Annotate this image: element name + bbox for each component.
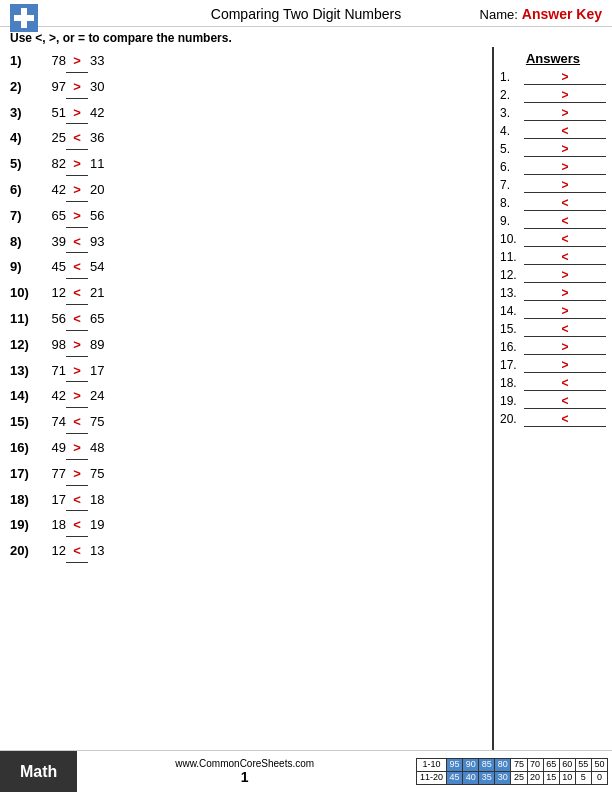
q-left-13: 71 — [38, 361, 66, 382]
q-symbol-9: < — [66, 257, 88, 279]
q-left-7: 65 — [38, 206, 66, 227]
q-left-11: 56 — [38, 309, 66, 330]
score-95: 95 — [447, 759, 463, 772]
ans-num-9: 9. — [500, 214, 524, 228]
ans-value-20: < — [561, 412, 568, 426]
score-table-area: 1-10 95 90 85 80 75 70 65 60 55 50 11-20… — [412, 751, 612, 792]
score-60: 60 — [559, 759, 575, 772]
score-20: 20 — [527, 772, 543, 785]
q-num-14: 14) — [10, 386, 38, 407]
q-left-15: 74 — [38, 412, 66, 433]
website-url: www.CommonCoreSheets.com — [175, 758, 314, 769]
q-right-17: 75 — [88, 464, 116, 485]
ans-line-15: < — [524, 322, 606, 337]
q-left-12: 98 — [38, 335, 66, 356]
q-right-12: 89 — [88, 335, 116, 356]
q-left-16: 49 — [38, 438, 66, 459]
ans-num-13: 13. — [500, 286, 524, 300]
question-row: 20)12<13 — [10, 541, 482, 563]
q-num-1: 1) — [10, 51, 38, 72]
q-num-10: 10) — [10, 283, 38, 304]
score-65: 65 — [543, 759, 559, 772]
math-label: Math — [0, 751, 77, 792]
question-row: 19)18<19 — [10, 515, 482, 537]
q-symbol-17: > — [66, 464, 88, 486]
q-num-6: 6) — [10, 180, 38, 201]
q-right-13: 17 — [88, 361, 116, 382]
question-row: 7)65>56 — [10, 206, 482, 228]
score-40: 40 — [463, 772, 479, 785]
ans-value-13: > — [561, 286, 568, 300]
q-num-4: 4) — [10, 128, 38, 149]
ans-line-19: < — [524, 394, 606, 409]
q-num-5: 5) — [10, 154, 38, 175]
answer-row-1: 1.> — [500, 70, 606, 85]
ans-line-5: > — [524, 142, 606, 157]
ans-line-9: < — [524, 214, 606, 229]
q-symbol-13: > — [66, 361, 88, 383]
ans-value-19: < — [561, 394, 568, 408]
ans-num-17: 17. — [500, 358, 524, 372]
ans-value-17: > — [561, 358, 568, 372]
score-25: 25 — [511, 772, 527, 785]
score-15: 15 — [543, 772, 559, 785]
q-right-19: 19 — [88, 515, 116, 536]
instructions: Use <, >, or = to compare the numbers. — [0, 27, 612, 47]
q-symbol-11: < — [66, 309, 88, 331]
q-num-17: 17) — [10, 464, 38, 485]
ans-num-5: 5. — [500, 142, 524, 156]
q-symbol-4: < — [66, 128, 88, 150]
score-80: 80 — [495, 759, 511, 772]
ans-num-15: 15. — [500, 322, 524, 336]
score-5: 5 — [575, 772, 591, 785]
question-row: 3)51>42 — [10, 103, 482, 125]
header: Comparing Two Digit Numbers Name: Answer… — [0, 0, 612, 27]
answer-row-20: 20.< — [500, 412, 606, 427]
answer-row-14: 14.> — [500, 304, 606, 319]
q-right-8: 93 — [88, 232, 116, 253]
answer-row-5: 5.> — [500, 142, 606, 157]
answer-row-7: 7.> — [500, 178, 606, 193]
score-range-2: 11-20 — [417, 772, 447, 785]
q-symbol-14: > — [66, 386, 88, 408]
ans-value-2: > — [561, 88, 568, 102]
q-right-7: 56 — [88, 206, 116, 227]
q-symbol-5: > — [66, 154, 88, 176]
question-row: 13)71>17 — [10, 361, 482, 383]
ans-value-10: < — [561, 232, 568, 246]
q-left-6: 42 — [38, 180, 66, 201]
score-30: 30 — [495, 772, 511, 785]
footer: Math www.CommonCoreSheets.com 1 1-10 95 … — [0, 750, 612, 792]
answer-row-17: 17.> — [500, 358, 606, 373]
answer-row-6: 6.> — [500, 160, 606, 175]
page: Comparing Two Digit Numbers Name: Answer… — [0, 0, 612, 792]
ans-value-9: < — [561, 214, 568, 228]
score-70: 70 — [527, 759, 543, 772]
question-row: 2)97>30 — [10, 77, 482, 99]
ans-value-11: < — [561, 250, 568, 264]
answer-key-label: Answer Key — [522, 6, 602, 22]
ans-num-11: 11. — [500, 250, 524, 264]
answer-row-3: 3.> — [500, 106, 606, 121]
q-symbol-10: < — [66, 283, 88, 305]
question-row: 10)12<21 — [10, 283, 482, 305]
q-right-10: 21 — [88, 283, 116, 304]
q-symbol-18: < — [66, 490, 88, 512]
score-table: 1-10 95 90 85 80 75 70 65 60 55 50 11-20… — [416, 758, 608, 784]
ans-value-7: > — [561, 178, 568, 192]
ans-num-12: 12. — [500, 268, 524, 282]
q-right-1: 33 — [88, 51, 116, 72]
score-35: 35 — [479, 772, 495, 785]
q-num-13: 13) — [10, 361, 38, 382]
ans-line-2: > — [524, 88, 606, 103]
ans-line-13: > — [524, 286, 606, 301]
q-symbol-12: > — [66, 335, 88, 357]
question-row: 11)56<65 — [10, 309, 482, 331]
ans-num-6: 6. — [500, 160, 524, 174]
answers-column: Answers 1.>2.>3.>4.<5.>6.>7.>8.<9.<10.<1… — [494, 47, 612, 755]
ans-num-3: 3. — [500, 106, 524, 120]
question-row: 12)98>89 — [10, 335, 482, 357]
q-num-3: 3) — [10, 103, 38, 124]
q-right-15: 75 — [88, 412, 116, 433]
q-left-17: 77 — [38, 464, 66, 485]
